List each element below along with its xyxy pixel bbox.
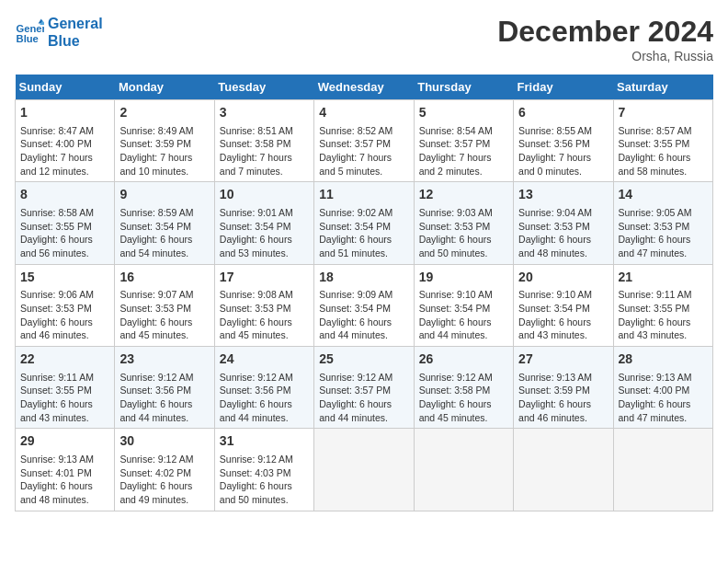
logo-blue: Blue: [48, 32, 103, 50]
daylight-minutes: and 46 minutes.: [518, 412, 587, 423]
daylight-minutes: and 44 minutes.: [220, 412, 289, 423]
sunset-label: Sunset: 3:55 PM: [20, 385, 92, 396]
logo-general: General: [48, 15, 103, 32]
sunrise-label: Sunrise: 9:13 AM: [619, 372, 692, 383]
sunset-label: Sunset: 3:53 PM: [518, 221, 590, 232]
calendar-cell: 5Sunrise: 8:54 AMSunset: 3:57 PMDaylight…: [414, 100, 513, 182]
day-number: 14: [619, 186, 708, 204]
sunset-label: Sunset: 3:53 PM: [220, 303, 291, 314]
daylight-label: Daylight: 6 hours: [20, 398, 93, 409]
day-number: 1: [20, 104, 109, 122]
calendar-cell: 8Sunrise: 8:58 AMSunset: 3:55 PMDaylight…: [16, 182, 115, 264]
day-number: 6: [518, 104, 608, 122]
day-number: 26: [419, 350, 508, 369]
sunrise-label: Sunrise: 8:47 AM: [20, 125, 94, 136]
daylight-label: Daylight: 6 hours: [518, 234, 591, 245]
day-number: 23: [119, 350, 209, 369]
calendar-cell: 16Sunrise: 9:07 AMSunset: 3:53 PMDayligh…: [115, 264, 214, 346]
daylight-minutes: and 51 minutes.: [319, 247, 388, 259]
day-number: 25: [319, 350, 408, 369]
daylight-label: Daylight: 6 hours: [20, 316, 93, 327]
daylight-label: Daylight: 6 hours: [518, 398, 591, 409]
daylight-minutes: and 5 minutes.: [319, 166, 382, 177]
daylight-label: Daylight: 6 hours: [220, 234, 292, 245]
sunrise-label: Sunrise: 9:03 AM: [419, 207, 493, 218]
logo-icon: General Blue: [15, 17, 44, 47]
daylight-minutes: and 48 minutes.: [20, 494, 89, 505]
daylight-minutes: and 54 minutes.: [119, 247, 188, 259]
daylight-minutes: and 58 minutes.: [619, 166, 688, 177]
sunset-label: Sunset: 3:54 PM: [419, 303, 491, 314]
sunrise-label: Sunrise: 9:10 AM: [419, 289, 493, 300]
calendar-cell: 9Sunrise: 8:59 AMSunset: 3:54 PMDaylight…: [115, 182, 214, 264]
calendar-cell: [314, 429, 414, 511]
day-number: 22: [20, 350, 109, 369]
sunset-label: Sunset: 3:55 PM: [619, 138, 690, 149]
sunset-label: Sunset: 4:00 PM: [20, 138, 92, 149]
sunrise-label: Sunrise: 9:01 AM: [220, 207, 293, 218]
sunrise-label: Sunrise: 9:12 AM: [119, 454, 193, 465]
daylight-label: Daylight: 6 hours: [20, 234, 93, 245]
daylight-label: Daylight: 6 hours: [619, 152, 691, 163]
daylight-minutes: and 0 minutes.: [518, 166, 582, 177]
day-number: 17: [220, 269, 309, 287]
daylight-minutes: and 12 minutes.: [20, 166, 89, 177]
calendar-cell: [514, 429, 613, 511]
sunset-label: Sunset: 3:54 PM: [119, 221, 191, 232]
sunrise-label: Sunrise: 8:58 AM: [20, 207, 94, 218]
calendar-cell: 30Sunrise: 9:12 AMSunset: 4:02 PMDayligh…: [115, 429, 214, 511]
daylight-minutes: and 44 minutes.: [119, 412, 188, 423]
calendar-cell: 4Sunrise: 8:52 AMSunset: 3:57 PMDaylight…: [314, 100, 414, 182]
day-number: 2: [119, 104, 209, 122]
calendar-cell: 23Sunrise: 9:12 AMSunset: 3:56 PMDayligh…: [115, 347, 214, 429]
daylight-minutes: and 50 minutes.: [419, 247, 488, 259]
sunrise-label: Sunrise: 9:12 AM: [119, 372, 193, 383]
sunrise-label: Sunrise: 9:12 AM: [419, 372, 493, 383]
daylight-minutes: and 45 minutes.: [220, 329, 289, 340]
day-number: 8: [20, 186, 109, 204]
sunrise-label: Sunrise: 8:49 AM: [119, 125, 193, 136]
sunset-label: Sunset: 3:55 PM: [20, 221, 92, 232]
daylight-minutes: and 48 minutes.: [518, 247, 587, 259]
calendar-table: Sunday Monday Tuesday Wednesday Thursday…: [15, 75, 713, 511]
calendar-cell: 3Sunrise: 8:51 AMSunset: 3:58 PMDaylight…: [214, 100, 313, 182]
daylight-label: Daylight: 6 hours: [119, 398, 192, 409]
sunrise-label: Sunrise: 9:13 AM: [518, 372, 592, 383]
daylight-label: Daylight: 7 hours: [20, 152, 93, 163]
sunrise-label: Sunrise: 9:07 AM: [119, 289, 193, 300]
daylight-minutes: and 56 minutes.: [20, 247, 89, 259]
daylight-label: Daylight: 7 hours: [319, 152, 392, 163]
calendar-cell: 26Sunrise: 9:12 AMSunset: 3:58 PMDayligh…: [414, 347, 513, 429]
day-number: 21: [619, 269, 708, 287]
calendar-week-5: 29Sunrise: 9:13 AMSunset: 4:01 PMDayligh…: [16, 429, 713, 511]
sunrise-label: Sunrise: 9:05 AM: [619, 207, 692, 218]
sunrise-label: Sunrise: 9:12 AM: [220, 454, 293, 465]
daylight-label: Daylight: 6 hours: [419, 234, 492, 245]
calendar-cell: 13Sunrise: 9:04 AMSunset: 3:53 PMDayligh…: [514, 182, 613, 264]
sunset-label: Sunset: 3:57 PM: [419, 138, 491, 149]
calendar-week-3: 15Sunrise: 9:06 AMSunset: 3:53 PMDayligh…: [16, 264, 713, 346]
daylight-minutes: and 44 minutes.: [319, 329, 388, 340]
sunrise-label: Sunrise: 9:02 AM: [319, 207, 392, 218]
daylight-label: Daylight: 7 hours: [419, 152, 492, 163]
day-number: 11: [319, 186, 408, 204]
day-number: 24: [220, 350, 309, 369]
daylight-label: Daylight: 6 hours: [619, 234, 691, 245]
calendar-cell: 17Sunrise: 9:08 AMSunset: 3:53 PMDayligh…: [214, 264, 313, 346]
sunrise-label: Sunrise: 9:12 AM: [220, 372, 293, 383]
daylight-minutes: and 53 minutes.: [220, 247, 289, 259]
daylight-label: Daylight: 6 hours: [419, 398, 492, 409]
calendar-cell: 27Sunrise: 9:13 AMSunset: 3:59 PMDayligh…: [514, 347, 613, 429]
day-number: 31: [220, 432, 309, 451]
day-number: 15: [20, 269, 109, 287]
calendar-cell: 15Sunrise: 9:06 AMSunset: 3:53 PMDayligh…: [16, 264, 115, 346]
calendar-cell: [613, 429, 712, 511]
sunset-label: Sunset: 4:00 PM: [619, 385, 690, 396]
day-number: 9: [119, 186, 209, 204]
calendar-cell: 28Sunrise: 9:13 AMSunset: 4:00 PMDayligh…: [613, 347, 712, 429]
sunset-label: Sunset: 3:53 PM: [20, 303, 92, 314]
sunrise-label: Sunrise: 9:04 AM: [518, 207, 592, 218]
daylight-label: Daylight: 6 hours: [319, 234, 392, 245]
day-number: 27: [518, 350, 608, 369]
sunset-label: Sunset: 4:01 PM: [20, 467, 92, 478]
